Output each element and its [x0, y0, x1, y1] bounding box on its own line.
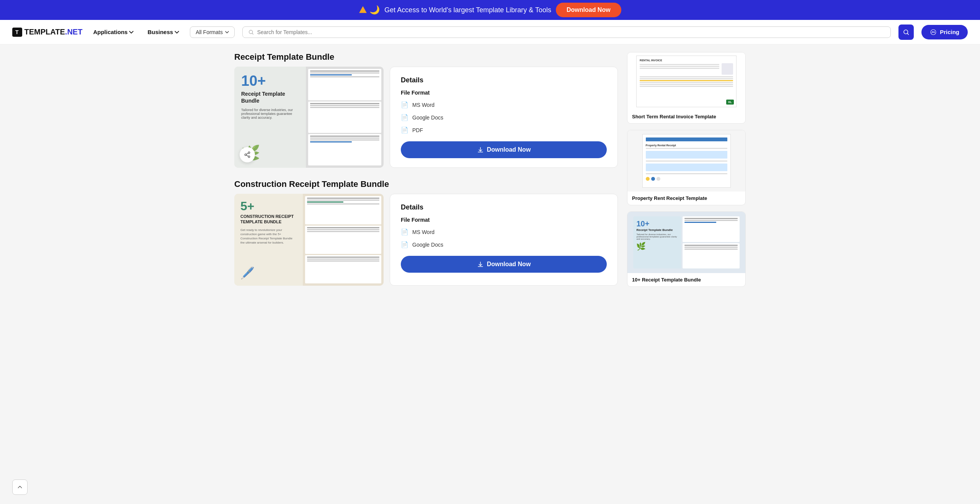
doc-preview-2: [308, 101, 381, 133]
small-sub: Tailored for diverse industries, our pro…: [636, 233, 678, 240]
dot-yellow: [646, 177, 650, 181]
banner-download-btn[interactable]: Download Now: [556, 3, 621, 17]
chevron-down-icon: [129, 30, 134, 34]
inv-line: [640, 86, 733, 87]
doc-line: [307, 229, 379, 230]
const-bundle-label: CONSTRUCTION RECEIPT TEMPLATE BUNDLE: [240, 214, 297, 225]
rental-invoice-label: Short Term Rental Invoice Template: [627, 110, 745, 123]
inv-line: [640, 68, 719, 69]
msword-label: MS Word: [412, 102, 434, 108]
prop-dots: [646, 177, 727, 181]
doc-line: [307, 231, 379, 232]
inv-line: [640, 78, 733, 79]
property-doc: Property Rental Receipt: [642, 134, 731, 188]
inv-line: [640, 64, 719, 65]
doc-line: [310, 103, 379, 104]
const-gdocs-icon: 📄: [401, 241, 408, 248]
doc-line: [310, 137, 379, 139]
inv-accent-line: [640, 80, 733, 81]
doc-line: [307, 260, 379, 262]
doc-line: [310, 105, 379, 106]
receipt-right-part: [306, 67, 384, 168]
share-button[interactable]: [240, 147, 255, 162]
small-leaf: 🌿: [636, 242, 678, 251]
doc-line: [310, 72, 379, 74]
construction-file-format-label: File Format: [401, 217, 607, 223]
sidebar-card-receipt-bundle[interactable]: 10+ Receipt Template Bundle Tailored for…: [627, 211, 746, 287]
format-dropdown[interactable]: All Formats: [190, 26, 235, 38]
doc-preview-1: [308, 69, 381, 100]
doc-line: [307, 227, 379, 228]
pricing-btn[interactable]: Pricing: [921, 25, 968, 39]
doc-line: [310, 70, 379, 72]
receipt-bundle-small-label: 10+ Receipt Template Bundle: [627, 273, 745, 286]
chevron-down-icon-2: [175, 30, 179, 34]
receipt-bundle-row: 10+ Receipt Template Bundle Tailored for…: [234, 67, 618, 168]
construction-bundle-title: Construction Receipt Template Bundle: [234, 179, 618, 189]
applications-menu[interactable]: Applications: [90, 27, 137, 37]
doc-line: [310, 76, 379, 77]
prop-header: [646, 137, 727, 141]
logo-box: T: [12, 28, 22, 37]
business-menu[interactable]: Business: [144, 27, 182, 37]
construction-download-btn[interactable]: Download Now: [401, 256, 607, 273]
search-submit-icon: [903, 29, 910, 36]
doc-line: [307, 203, 379, 205]
doc-line: [684, 249, 737, 250]
receipt-bundle-title: Receipt Template Bundle: [234, 52, 618, 62]
search-icon: [248, 29, 254, 35]
doc-line: [310, 136, 379, 137]
doc-line: [307, 198, 379, 199]
doc-line: [310, 139, 379, 141]
search-submit-btn[interactable]: [898, 25, 914, 40]
doc-line-accent: [307, 201, 343, 203]
search-bar: [242, 26, 891, 38]
receipt-small-visual: 10+ Receipt Template Bundle Tailored for…: [633, 216, 739, 268]
logo[interactable]: T TEMPLATE.NET: [12, 28, 82, 37]
svg-point-4: [248, 152, 250, 154]
sidebar: RENTAL INVOICE XL: [627, 52, 746, 287]
const-gdocs-label: Google Docs: [412, 242, 443, 248]
prop-section: [646, 151, 727, 159]
download-icon: [477, 146, 484, 153]
pen-decoration: 🖊️: [240, 266, 297, 280]
receipt-bundle-image[interactable]: 10+ Receipt Template Bundle Tailored for…: [234, 67, 384, 168]
msword-icon: 📄: [401, 101, 408, 108]
format-row-msword: 📄 MS Word: [401, 101, 607, 108]
top-banner: 🌙 Get Access to World's largest Template…: [0, 0, 980, 20]
construction-bundle-visual: 5+ CONSTRUCTION RECEIPT TEMPLATE BUNDLE …: [234, 194, 384, 286]
prop-line: [646, 160, 727, 162]
doc-line: [307, 259, 379, 260]
construction-bundle-image[interactable]: 5+ CONSTRUCTION RECEIPT TEMPLATE BUNDLE …: [234, 194, 384, 286]
doc-line: [310, 74, 351, 75]
const-msword-label: MS Word: [412, 229, 434, 235]
const-format-row-gdocs: 📄 Google Docs: [401, 241, 607, 248]
const-left: 5+ CONSTRUCTION RECEIPT TEMPLATE BUNDLE …: [234, 194, 303, 286]
share-icon: [244, 151, 251, 158]
search-input[interactable]: [257, 29, 885, 35]
construction-details-title: Details: [401, 203, 607, 211]
crown-icon: [930, 29, 937, 36]
const-download-icon: [477, 261, 484, 268]
invoice-doc: RENTAL INVOICE XL: [636, 56, 737, 107]
sidebar-card-rental-invoice[interactable]: RENTAL INVOICE XL: [627, 52, 746, 124]
doc-line: [684, 222, 716, 223]
prop-title-text: Property Rental Receipt: [646, 144, 727, 147]
construction-bundle-row: 5+ CONSTRUCTION RECEIPT TEMPLATE BUNDLE …: [234, 194, 618, 286]
receipt-bundle-section: Receipt Template Bundle 10+ Receipt Temp…: [234, 52, 618, 168]
sidebar-card-property-rent[interactable]: Property Rental Receipt Property Rent Re…: [627, 130, 746, 205]
svg-marker-0: [359, 7, 366, 13]
doc-line: [307, 200, 379, 201]
dot-gray: [657, 177, 660, 181]
dot-blue: [651, 177, 655, 181]
format-row-gdocs: 📄 Google Docs: [401, 114, 607, 121]
doc-line: [684, 218, 737, 219]
construction-bundle-section: Construction Receipt Template Bundle 5+ …: [234, 179, 618, 286]
receipt-details-card: Details File Format 📄 MS Word 📄 Google D…: [390, 67, 618, 168]
inv-line: [640, 66, 719, 67]
doc-line: [310, 107, 379, 108]
receipt-download-btn[interactable]: Download Now: [401, 141, 607, 158]
navbar: T TEMPLATE.NET Applications Business All…: [0, 20, 980, 44]
inv-line: [640, 84, 733, 85]
property-rent-label: Property Rent Receipt Template: [627, 191, 745, 205]
